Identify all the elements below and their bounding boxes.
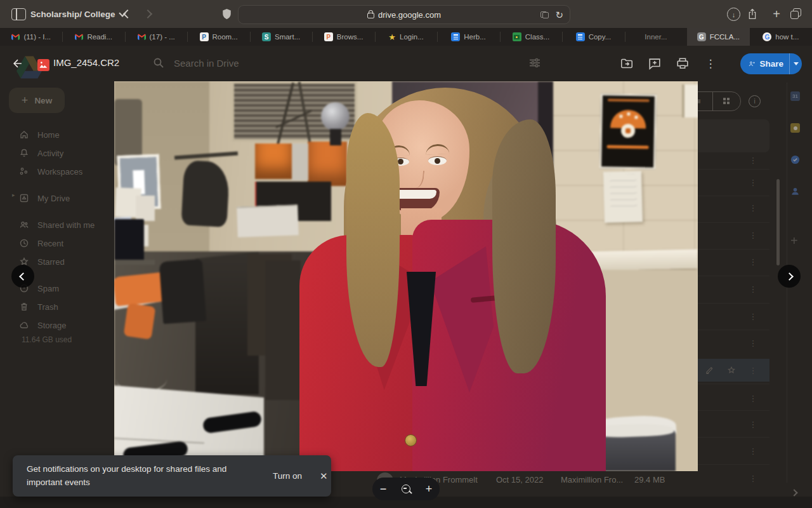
share-label: Share: [759, 59, 783, 69]
close-icon[interactable]: ✕: [320, 471, 328, 482]
person-add-icon: [749, 59, 755, 69]
sidebar-item-activity: Activity: [19, 144, 63, 162]
gmail-icon: [11, 34, 20, 40]
calendar-icon: 31: [790, 91, 800, 101]
tab-overview-button[interactable]: [790, 8, 801, 18]
home-icon: [19, 130, 29, 140]
row-more-icon: ⋮: [749, 203, 757, 213]
photo-plasma-globe: [321, 102, 350, 131]
tab-label: Brows...: [337, 33, 363, 41]
photo-person-hair-front: [492, 119, 556, 373]
translate-icon[interactable]: [540, 11, 549, 18]
photo-monitor: [114, 219, 144, 261]
owner-column-text: Maximillion Fro...: [561, 475, 623, 485]
google-docs-icon: [451, 32, 460, 41]
scrollbar-thumb: [776, 179, 780, 265]
share-page-icon[interactable]: [747, 8, 757, 20]
tasks-icon: [790, 155, 800, 167]
zoom-out-button[interactable]: −: [380, 483, 387, 496]
row-more-icon: ⋮: [749, 231, 757, 240]
modified-date-text: Oct 15, 2022: [496, 475, 543, 485]
google-g-gray-icon: G: [697, 32, 706, 41]
new-label: New: [34, 96, 52, 105]
tab-smart[interactable]: S Smart...: [250, 28, 312, 46]
address-bar[interactable]: drive.google.com ↻: [238, 5, 570, 24]
search-icon: [154, 58, 164, 68]
search-options-icon: [529, 57, 540, 71]
previous-file-button[interactable]: [11, 265, 34, 288]
turn-on-button[interactable]: Turn on: [273, 471, 302, 481]
photo-poster: [599, 93, 657, 170]
new-tab-button[interactable]: +: [769, 5, 784, 23]
tab-howt[interactable]: G how t...: [750, 28, 812, 46]
next-file-button[interactable]: [778, 265, 801, 288]
downloads-button[interactable]: ↓: [727, 8, 740, 21]
share-dropdown[interactable]: [790, 62, 802, 65]
get-addons-plus-icon: +: [790, 234, 798, 248]
powerschool-blue-icon: P: [200, 32, 209, 41]
tab-label: Readi...: [87, 33, 112, 41]
photo-orange-cube: [308, 142, 347, 186]
expand-arrow-icon: ▸: [12, 192, 15, 198]
tab-label: Smart...: [275, 33, 300, 41]
tab-inner[interactable]: Inner...: [625, 28, 687, 46]
people-icon: [19, 220, 29, 230]
row-more-icon: ⋮: [749, 394, 757, 403]
image-file-icon: [36, 57, 51, 72]
profile-menu[interactable]: Scholarship/ College: [30, 0, 125, 28]
sidebar-toggle-icon[interactable]: [11, 8, 26, 20]
tab-brows[interactable]: P Brows...: [312, 28, 374, 46]
google-classroom-icon: [513, 32, 521, 41]
add-comment-button[interactable]: [647, 56, 662, 71]
rename-pencil-icon: [705, 366, 714, 377]
storage-used-text: 11.64 GB used: [22, 335, 72, 344]
move-to-folder-button[interactable]: [619, 56, 634, 71]
print-button[interactable]: [675, 56, 690, 71]
tab-label: Herb...: [464, 33, 486, 41]
tab-class[interactable]: Class...: [500, 28, 562, 46]
url-text: drive.google.com: [378, 10, 441, 20]
tab-gmail-1[interactable]: (11) - I...: [0, 28, 62, 46]
photo-shelf-items: [292, 144, 308, 180]
tab-gmail-3[interactable]: (17) - ...: [125, 28, 187, 46]
file-size-text: 29.4 MB: [634, 475, 665, 485]
cloud-icon: [19, 320, 29, 330]
row-more-icon: ⋮: [749, 284, 757, 294]
tab-label: how t...: [775, 33, 799, 41]
more-options-button[interactable]: ⋮: [703, 56, 718, 71]
tab-room[interactable]: P Room...: [187, 28, 249, 46]
image-preview-photo: Setting: [114, 81, 698, 471]
tab-copy[interactable]: Copy...: [562, 28, 624, 46]
tab-gmail-2[interactable]: Readi...: [62, 28, 124, 46]
row-more-icon: ⋮: [749, 420, 757, 429]
my-drive-icon: [19, 193, 29, 203]
share-button[interactable]: Share: [740, 53, 802, 74]
preview-back-button[interactable]: [10, 56, 25, 71]
reload-icon[interactable]: ↻: [555, 10, 563, 20]
tab-strip: (11) - I... Readi... (17) - ... P Room..…: [0, 28, 812, 46]
photo-office-chair: [159, 259, 207, 324]
row-more-icon: ⋮: [749, 312, 757, 321]
zoom-magnifier-icon[interactable]: [402, 485, 410, 493]
search-placeholder: Search in Drive: [174, 58, 239, 69]
keep-icon: [790, 123, 800, 133]
forward-button[interactable]: [145, 11, 151, 17]
tab-login[interactable]: ★ Login...: [375, 28, 437, 46]
tab-herb[interactable]: Herb...: [437, 28, 499, 46]
tab-fccla-active[interactable]: G FCCLA...: [687, 28, 749, 46]
photo-orange-chair: [124, 303, 156, 340]
trash-icon: [19, 302, 29, 312]
back-button[interactable]: [124, 11, 131, 17]
file-title: IMG_2454.CR2: [53, 57, 119, 68]
smart-teal-icon: S: [262, 32, 271, 41]
zoom-in-button[interactable]: +: [426, 483, 433, 496]
tab-label: Class...: [525, 33, 549, 41]
notification-toast: Get notifications on your desktop for sh…: [13, 455, 331, 497]
tab-label: (11) - I...: [23, 33, 51, 41]
photo-chart-paper: [603, 171, 643, 223]
toast-message: Get notifications on your desktop for sh…: [13, 463, 261, 490]
photo-dark-shelf: [265, 260, 301, 400]
privacy-shield-icon[interactable]: [222, 8, 232, 20]
row-more-icon: ⋮: [749, 257, 757, 267]
google-g-icon: G: [763, 32, 771, 41]
